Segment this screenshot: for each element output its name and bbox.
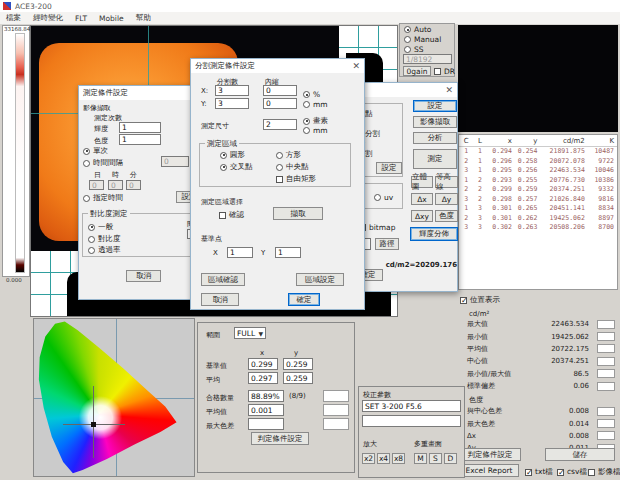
table-row[interactable]: 330.3020.26320508.2068700 [459, 223, 617, 233]
multiscreen-button-M[interactable]: M [414, 453, 427, 464]
txt-file-checkbox[interactable]: txt檔 [525, 467, 553, 477]
basepoint-x-field[interactable]: 1 [227, 247, 253, 258]
method-set-button[interactable]: 設定 [376, 162, 402, 174]
measure-button[interactable]: 測定 [413, 149, 457, 169]
dialog-measure-titlebar[interactable]: 測定條件設定 [79, 86, 204, 100]
radio-square[interactable]: 方形 [276, 150, 301, 160]
path-button[interactable]: 路徑 [375, 238, 399, 250]
exposure-groupbox: Auto Manual SS 1/8192 0gain DR [399, 23, 455, 77]
lum-count-field[interactable]: 1 [119, 122, 161, 133]
region-set-button[interactable]: 區域設定 [296, 273, 344, 286]
radio-manual[interactable]: Manual [404, 35, 441, 44]
color-button[interactable]: 色度 [435, 210, 458, 222]
stereo-button[interactable]: 立體圖 [411, 176, 433, 188]
radio-transmittance[interactable]: 透過率 [88, 245, 121, 255]
basepoint-y-field[interactable]: 1 [275, 247, 301, 258]
luminance-dist-button[interactable]: 輝度分佈 [410, 227, 458, 241]
image-capture-button[interactable]: 影像擷取 [413, 116, 457, 128]
avg-x-field[interactable]: 0.297 [248, 372, 278, 384]
radio-ss[interactable]: SS [404, 45, 424, 54]
dialog-split-titlebar[interactable]: 分割測定條件設定✕ [191, 59, 364, 73]
day-field[interactable]: 0 [89, 180, 104, 190]
table-row[interactable]: 210.2960.25820072.0789722 [459, 157, 617, 167]
radio-mm2[interactable]: mm [303, 126, 328, 135]
cie-diagram-panel[interactable] [33, 318, 195, 477]
excel-report-button[interactable]: Excel Report [459, 464, 519, 477]
multiscreen-button-S[interactable]: S [429, 453, 442, 464]
delta-xy-button[interactable]: Δxy [411, 210, 433, 222]
close-icon[interactable]: ✕ [352, 62, 360, 71]
indicator-box [597, 382, 615, 391]
hour-field[interactable]: 0 [108, 180, 123, 190]
x-division-field[interactable]: 3 [215, 85, 249, 96]
table-row[interactable]: 310.2950.25622463.53410046 [459, 166, 617, 176]
delta-x-button[interactable]: Δx [411, 193, 433, 205]
calibration-preset2-field[interactable] [362, 415, 461, 427]
radio-specified-time[interactable]: 指定時間 [83, 193, 123, 203]
freerect-checkbox[interactable]: 自由矩形 [276, 174, 316, 184]
table-row[interactable]: 320.2980.25721026.8409816 [459, 195, 617, 205]
indicator-box [597, 419, 615, 428]
split-cancel-button[interactable]: 取消 [201, 293, 239, 306]
table-row[interactable]: 120.2930.25520776.73010386 [459, 176, 617, 186]
y-division-field[interactable]: 3 [215, 98, 249, 109]
menu-item[interactable]: Mobile [99, 14, 124, 23]
save-button[interactable]: 儲存 [545, 448, 615, 461]
table-row[interactable]: 230.3010.26219425.0628897 [459, 214, 617, 224]
split-ok-button[interactable]: 確定 [288, 293, 320, 306]
radio-circle[interactable]: 圓形 [220, 150, 245, 160]
interval-field[interactable]: 0 [161, 156, 189, 167]
zoom-button-x4[interactable]: x4 [377, 453, 390, 464]
ref-x-field[interactable]: 0.299 [248, 358, 278, 370]
position-display-checkbox[interactable]: 位置表示 [460, 295, 500, 305]
delta-y-button[interactable]: Δy [435, 193, 458, 205]
calibration-preset-field[interactable]: SET 3-200 F5.6 [362, 400, 461, 412]
image-file-checkbox[interactable]: 影像檔 [588, 467, 620, 477]
y-inset-field[interactable]: 0 [263, 98, 297, 109]
setting-button[interactable]: 設定 [413, 100, 457, 112]
size-field[interactable]: 2 [263, 119, 297, 130]
zoom-button-x2[interactable]: x2 [362, 453, 375, 464]
region-confirm-button[interactable]: 區域確認 [201, 273, 245, 286]
radio-percent[interactable]: % [303, 90, 320, 99]
menu-item[interactable]: 幫助 [136, 13, 151, 23]
stat-row: 標準偏差0.06 [457, 380, 618, 392]
range-judge-button[interactable]: 判定條件設定 [251, 432, 309, 445]
radio-mm[interactable]: mm [303, 100, 328, 109]
dr-checkbox[interactable]: DR [434, 67, 455, 76]
contour-button[interactable]: 等高線 [435, 176, 458, 188]
range-select[interactable]: FULL▼ [234, 327, 266, 339]
radio-general[interactable]: 一般 [88, 222, 113, 232]
avg-y-field[interactable]: 0.259 [283, 372, 313, 384]
radio-centerpoint[interactable]: 中央點 [276, 162, 309, 172]
x-inset-field[interactable]: 0 [263, 85, 297, 96]
radio-interval[interactable]: 時間間隔 [83, 158, 123, 168]
confirm-checkbox[interactable]: 確認 [219, 210, 244, 220]
radio-pixel[interactable]: 畫素 [303, 116, 328, 126]
capture-region-button[interactable]: 擷取 [273, 207, 323, 220]
table-row[interactable]: 220.2990.25920374.2519332 [459, 185, 617, 195]
radio-single[interactable]: 單次 [83, 146, 108, 156]
table-row[interactable]: 130.3010.26520451.1418834 [459, 204, 617, 214]
minute-field[interactable]: 0 [126, 180, 141, 190]
close-icon[interactable]: ✕ [445, 86, 453, 95]
csv-file-checkbox[interactable]: csv檔 [557, 467, 587, 477]
radio-crosspoint[interactable]: 交叉點 [220, 162, 253, 172]
table-row[interactable]: 110.2940.25421891.87510487 [459, 147, 617, 157]
judge-condition-button[interactable]: 判定條件設定 [459, 448, 521, 461]
measure-cancel-button[interactable]: 取消 [126, 270, 161, 282]
shutter-select[interactable]: 1/8192 [403, 54, 452, 64]
menu-item[interactable]: 經時變化 [33, 13, 63, 23]
multiscreen-button-D[interactable]: D [444, 453, 457, 464]
indicator-box [597, 431, 615, 440]
gain-button[interactable]: 0gain [403, 66, 431, 76]
radio-uv[interactable]: uv [374, 193, 393, 202]
analyze-button[interactable]: 分析 [413, 132, 457, 144]
radio-contrast[interactable]: 對比度 [88, 234, 121, 244]
ref-y-field[interactable]: 0.259 [283, 358, 313, 370]
radio-auto[interactable]: Auto [404, 25, 431, 34]
menu-item[interactable]: FLT [75, 14, 87, 23]
menu-item[interactable]: 檔案 [6, 13, 21, 23]
zoom-button-x8[interactable]: x8 [392, 453, 405, 464]
chroma-count-field[interactable]: 1 [119, 134, 161, 145]
